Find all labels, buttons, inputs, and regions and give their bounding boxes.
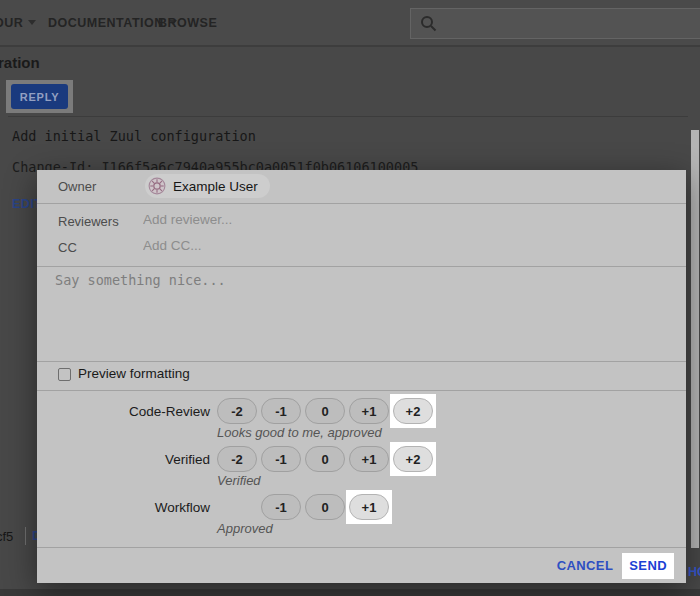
divider — [37, 390, 686, 391]
vote-description: Approved — [217, 521, 273, 536]
send-button[interactable]: SEND — [629, 558, 667, 573]
verified-minus2-button[interactable]: -2 — [217, 446, 257, 472]
scrollbar[interactable] — [691, 130, 699, 548]
vote-label-verified: Verified — [37, 452, 210, 467]
highlight-box: +2 — [390, 442, 436, 476]
comment-textarea[interactable] — [55, 272, 667, 354]
highlight-box: SEND — [622, 553, 674, 579]
add-cc-input[interactable] — [143, 238, 443, 253]
divider — [25, 527, 26, 545]
verified-plus2-button[interactable]: +2 — [393, 446, 433, 472]
top-navigation-bar: OUR DOCUMENTATION BROWSE — [0, 0, 700, 47]
background-link-fragment[interactable]: HO — [688, 565, 700, 579]
verified-minus1-button[interactable]: -1 — [261, 446, 301, 472]
dialog-footer: CANCEL SEND — [37, 547, 686, 583]
highlight-box: +1 — [346, 490, 392, 524]
cancel-button[interactable]: CANCEL — [557, 558, 614, 573]
nav-menu-browse-label: BROWSE — [158, 16, 217, 30]
highlight-box: +2 — [390, 394, 436, 428]
avatar — [148, 177, 166, 195]
divider — [37, 361, 686, 362]
verified-zero-button[interactable]: 0 — [305, 446, 345, 472]
nav-menu-your-label: OUR — [0, 16, 23, 30]
reviewers-label: Reviewers — [58, 214, 119, 229]
divider — [37, 266, 686, 267]
preview-formatting-label: Preview formatting — [78, 366, 190, 381]
chevron-down-icon — [28, 20, 36, 25]
workflow-plus1-button[interactable]: +1 — [349, 494, 389, 520]
screen: OUR DOCUMENTATION BROWSE ration REPLY Ad… — [0, 0, 700, 596]
search-box[interactable] — [410, 8, 700, 39]
commit-message: Add initial Zuul configuration — [12, 128, 256, 144]
vote-row-workflow: Workflow -1 0 +1 — [37, 494, 686, 520]
reply-button[interactable]: REPLY — [11, 84, 68, 109]
code-review-minus2-button[interactable]: -2 — [217, 398, 257, 424]
vote-label-code-review: Code-Review — [37, 404, 210, 419]
highlight-box: REPLY — [6, 80, 73, 113]
code-review-zero-button[interactable]: 0 — [305, 398, 345, 424]
owner-chip[interactable]: Example User — [145, 174, 270, 198]
reply-dialog: Owner Example User Reviewers CC Preview … — [37, 170, 686, 583]
vote-cell-empty — [217, 490, 261, 524]
workflow-minus1-button[interactable]: -1 — [261, 494, 301, 520]
page-footer-band — [0, 589, 700, 596]
vote-row-code-review: Code-Review -2 -1 0 +1 +2 — [37, 398, 686, 424]
code-review-plus1-button[interactable]: +1 — [349, 398, 389, 424]
nav-menu-your[interactable]: OUR — [0, 16, 36, 30]
preview-formatting-checkbox[interactable] — [58, 368, 71, 381]
divider — [37, 203, 686, 204]
workflow-zero-button[interactable]: 0 — [305, 494, 345, 520]
owner-label: Owner — [58, 179, 96, 194]
cc-label: CC — [58, 240, 77, 255]
code-review-plus2-button[interactable]: +2 — [393, 398, 433, 424]
nav-menu-documentation-label: DOCUMENTATION — [48, 16, 164, 30]
commit-hash-fragment: cf5 — [0, 529, 13, 544]
add-reviewer-input[interactable] — [143, 212, 443, 227]
vote-description: Looks good to me, approved — [217, 425, 382, 440]
search-input[interactable] — [443, 16, 700, 31]
vote-description: Verified — [217, 473, 261, 488]
verified-plus1-button[interactable]: +1 — [349, 446, 389, 472]
search-icon — [420, 15, 437, 32]
page-title: ration — [0, 54, 40, 71]
nav-menu-browse[interactable]: BROWSE — [158, 16, 217, 30]
code-review-minus1-button[interactable]: -1 — [261, 398, 301, 424]
vote-row-verified: Verified -2 -1 0 +1 +2 — [37, 446, 686, 472]
vote-label-workflow: Workflow — [37, 500, 210, 515]
divider — [8, 116, 688, 117]
owner-name: Example User — [173, 179, 258, 194]
